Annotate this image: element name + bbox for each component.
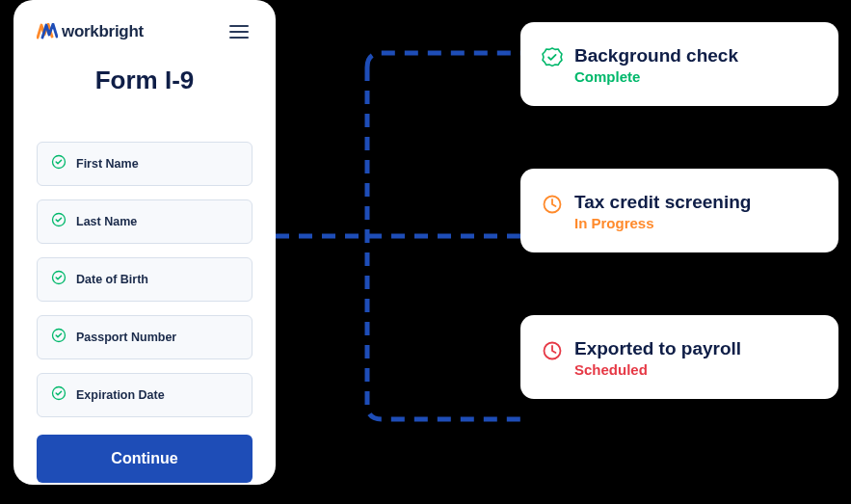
status-list: Background check Complete Tax credit scr… (520, 22, 838, 399)
menu-icon[interactable] (226, 21, 253, 42)
field-label: First Name (76, 157, 139, 171)
status-title: Exported to payroll (574, 338, 741, 359)
check-badge-icon (542, 47, 563, 72)
connector-lines (276, 43, 526, 438)
logo-mark-icon (37, 23, 58, 40)
status-title: Tax credit screening (574, 192, 751, 213)
field-dob[interactable]: Date of Birth (37, 257, 253, 302)
clock-icon (542, 340, 563, 365)
status-sub: In Progress (574, 215, 751, 231)
form-card: workbright Form I-9 First Name Last Name… (13, 0, 276, 485)
status-sub: Complete (574, 68, 738, 85)
status-payroll: Exported to payroll Scheduled (520, 315, 838, 399)
status-title: Background check (574, 45, 738, 66)
field-label: Expiration Date (76, 388, 165, 402)
clock-icon (542, 194, 563, 219)
check-icon (51, 154, 66, 173)
status-sub: Scheduled (574, 361, 741, 378)
field-last-name[interactable]: Last Name (37, 199, 253, 244)
check-icon (51, 212, 66, 231)
field-label: Date of Birth (76, 273, 148, 286)
field-label: Passport Number (76, 331, 176, 344)
status-background-check: Background check Complete (520, 22, 838, 106)
logo: workbright (37, 22, 144, 41)
check-icon (51, 385, 66, 405)
app-header: workbright (37, 21, 253, 42)
field-label: Last Name (76, 215, 137, 228)
field-passport[interactable]: Passport Number (37, 315, 253, 359)
field-list: First Name Last Name Date of Birth Passp… (37, 142, 253, 417)
field-expiration[interactable]: Expiration Date (37, 373, 253, 417)
logo-text: workbright (62, 22, 144, 41)
check-icon (51, 328, 66, 347)
page-title: Form I-9 (37, 66, 253, 95)
status-tax-credit: Tax credit screening In Progress (520, 169, 838, 252)
continue-button[interactable]: Continue (37, 435, 253, 483)
check-icon (51, 270, 66, 289)
field-first-name[interactable]: First Name (37, 142, 253, 186)
